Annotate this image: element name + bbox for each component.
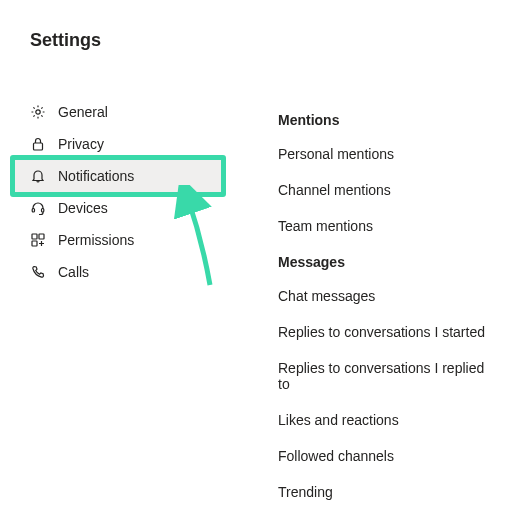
- sidebar-item-permissions[interactable]: Permissions: [14, 224, 224, 256]
- sidebar-item-devices[interactable]: Devices: [14, 192, 224, 224]
- sidebar-item-calls[interactable]: Calls: [14, 256, 224, 288]
- lock-icon: [30, 136, 46, 152]
- setting-row[interactable]: Replies to conversations I started: [278, 324, 498, 340]
- setting-row[interactable]: Chat messages: [278, 288, 498, 304]
- sidebar-item-general[interactable]: General: [14, 96, 224, 128]
- svg-rect-6: [32, 241, 37, 246]
- section-header-mentions: Mentions: [278, 112, 498, 128]
- sidebar-item-label: General: [58, 104, 108, 120]
- page-title: Settings: [30, 30, 101, 51]
- sidebar-item-label: Devices: [58, 200, 108, 216]
- svg-rect-5: [39, 234, 44, 239]
- sidebar-item-label: Calls: [58, 264, 89, 280]
- section-header-messages: Messages: [278, 254, 498, 270]
- svg-rect-3: [42, 209, 44, 213]
- sidebar-item-privacy[interactable]: Privacy: [14, 128, 224, 160]
- setting-row[interactable]: Channel mentions: [278, 182, 498, 198]
- setting-row[interactable]: Personal mentions: [278, 146, 498, 162]
- sidebar-item-notifications[interactable]: Notifications: [14, 160, 224, 192]
- gear-icon: [30, 104, 46, 120]
- sidebar-item-label: Privacy: [58, 136, 104, 152]
- svg-rect-2: [32, 209, 34, 213]
- setting-row[interactable]: Replies to conversations I replied to: [278, 360, 498, 392]
- sidebar-item-label: Permissions: [58, 232, 134, 248]
- phone-icon: [30, 264, 46, 280]
- setting-row[interactable]: Trending: [278, 484, 498, 500]
- setting-row[interactable]: Followed channels: [278, 448, 498, 464]
- setting-row[interactable]: Likes and reactions: [278, 412, 498, 428]
- apps-icon: [30, 232, 46, 248]
- svg-rect-1: [34, 143, 43, 150]
- setting-row[interactable]: Team mentions: [278, 218, 498, 234]
- settings-sidebar: General Privacy Notifications Devices Pe…: [14, 96, 224, 288]
- settings-content: Mentions Personal mentions Channel menti…: [278, 104, 498, 520]
- headset-icon: [30, 200, 46, 216]
- svg-rect-4: [32, 234, 37, 239]
- svg-point-0: [36, 110, 40, 114]
- sidebar-item-label: Notifications: [58, 168, 134, 184]
- bell-icon: [30, 168, 46, 184]
